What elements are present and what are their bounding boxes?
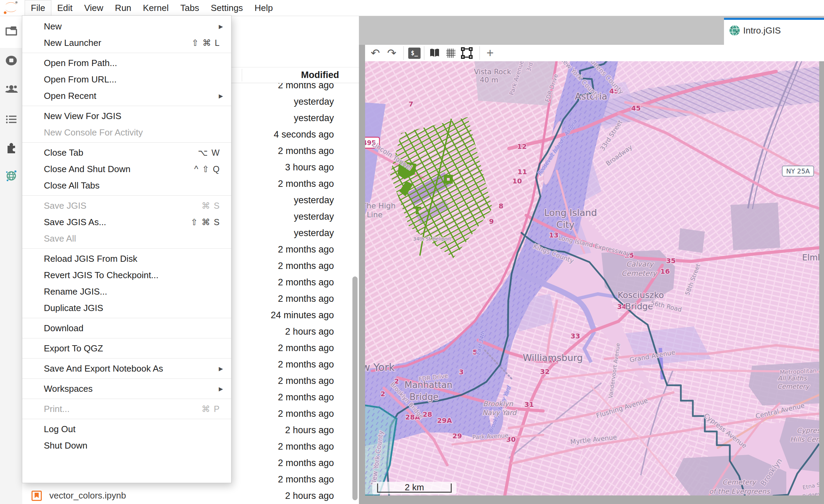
- globe-icon[interactable]: [5, 169, 18, 182]
- menu-item-close-tab[interactable]: Close Tab⌥ W: [22, 144, 231, 161]
- menu-separator: [22, 357, 231, 360]
- menu-item-export-to-qgz[interactable]: Export To QGZ: [22, 340, 231, 357]
- tab-intro-jgis[interactable]: Intro.jGIS ✕: [724, 18, 824, 45]
- menu-item-label: Save All: [44, 233, 76, 244]
- active-tab-accent: [724, 18, 824, 20]
- map-label: Hills Cemet: [790, 435, 819, 443]
- modified-column-header[interactable]: Modified: [301, 67, 339, 83]
- folder-icon[interactable]: [5, 25, 18, 38]
- users-icon[interactable]: [5, 83, 18, 96]
- menu-item-open-from-path[interactable]: Open From Path...: [22, 55, 231, 71]
- menu-item-reload-jgis-from-disk[interactable]: Reload JGIS From Disk: [22, 250, 231, 267]
- stop-circle-icon[interactable]: [5, 54, 18, 67]
- puzzle-icon[interactable]: [5, 141, 18, 154]
- menu-run[interactable]: Run: [109, 0, 137, 16]
- route-shield: 13: [549, 231, 559, 239]
- menu-kernel[interactable]: Kernel: [137, 0, 174, 16]
- route-shield: 2: [380, 390, 385, 398]
- menu-item-close-and-shut-down[interactable]: Close And Shut Down^ ⇧ Q: [22, 161, 231, 177]
- menu-view[interactable]: View: [78, 0, 109, 16]
- menu-item-save-and-export-notebook-as[interactable]: Save And Export Notebook As▶: [22, 360, 231, 377]
- map-label: 34th St Heliport: [413, 236, 451, 242]
- menu-item-log-out[interactable]: Log Out: [22, 421, 231, 437]
- file-menu: New▶New Launcher⇧ ⌘ LOpen From Path...Op…: [22, 15, 232, 483]
- undo-button[interactable]: ↶: [368, 45, 383, 61]
- toolbar-separator: [479, 46, 480, 60]
- menu-item-new[interactable]: New▶: [22, 18, 231, 35]
- map-label: Cypress: [797, 426, 819, 435]
- route-shield: 7: [409, 100, 413, 108]
- menu-tabs[interactable]: Tabs: [174, 0, 205, 16]
- route-shield: 29A: [437, 416, 452, 425]
- toolbar-separator: [424, 46, 424, 60]
- menu-help[interactable]: Help: [249, 0, 278, 16]
- map-label: Calvary: [626, 260, 654, 268]
- menu-item-save-all: Save All: [22, 230, 231, 247]
- map-label: Cemetery: [621, 269, 658, 277]
- menu-edit[interactable]: Edit: [51, 0, 78, 16]
- menu-item-label: New Launcher: [44, 38, 101, 48]
- panel-gutter-bottom: [365, 495, 819, 504]
- route-shield: 29: [452, 432, 462, 440]
- menu-item-save-jgis-as[interactable]: Save JGIS As...⇧ ⌘ S: [22, 214, 231, 230]
- route-shield: 32: [540, 367, 550, 376]
- menu-item-new-view-for-jgis[interactable]: New View For JGIS: [22, 108, 231, 124]
- map-label: Bridge: [625, 301, 653, 311]
- menu-item-revert-jgis-to-checkpoint[interactable]: Revert JGIS To Checkpoint...: [22, 267, 231, 283]
- menu-item-label: Save JGIS As...: [44, 217, 106, 228]
- menu-separator: [22, 316, 231, 320]
- vector-button[interactable]: [458, 45, 475, 61]
- map-label: The High: [365, 202, 396, 210]
- map-label: Elmhurst: [802, 253, 819, 262]
- route-shield: 12: [517, 142, 527, 151]
- identify-button[interactable]: [427, 45, 442, 61]
- menu-item-open-recent[interactable]: Open Recent▶: [22, 88, 231, 104]
- column-divider[interactable]: [242, 69, 242, 81]
- menu-item-shortcut: ⌘ P: [201, 404, 224, 414]
- menu-separator: [22, 397, 231, 401]
- menu-separator: [22, 247, 231, 250]
- file-list-scrollbar[interactable]: [352, 276, 358, 500]
- menu-item-shortcut: ⌘ S: [201, 201, 224, 211]
- redo-button[interactable]: ↷: [384, 45, 399, 61]
- undo-icon: ↶: [371, 47, 380, 60]
- panel-splitter[interactable]: [359, 16, 365, 504]
- menu-item-rename-jgis[interactable]: Rename JGIS...: [22, 283, 231, 300]
- menu-separator: [22, 51, 231, 55]
- notebook-icon: [32, 491, 42, 501]
- menu-item-label: Duplicate JGIS: [44, 303, 103, 313]
- redo-icon: ↷: [387, 47, 397, 60]
- map-label: All Faiths: [777, 374, 807, 382]
- menu-item-shortcut: ^ ⇧ Q: [194, 164, 224, 174]
- map-label: Navy Yard: [482, 409, 517, 417]
- menu-item-shut-down[interactable]: Shut Down: [22, 437, 231, 454]
- panel-gutter-right: [819, 61, 824, 504]
- terminal-button[interactable]: $_: [406, 45, 423, 61]
- list-icon[interactable]: [5, 113, 18, 126]
- menu-item-shortcut: ⇧ ⌘ S: [190, 217, 224, 227]
- activity-sidebar: [0, 16, 23, 504]
- menu-file[interactable]: File: [25, 0, 51, 16]
- menubar-items: FileEditViewRunKernelTabsSettingsHelp: [25, 0, 279, 16]
- map-canvas[interactable]: 495NY 25A 712111089454513153516343332A32…: [365, 61, 819, 495]
- menu-separator: [22, 141, 231, 144]
- menu-item-close-all-tabs[interactable]: Close All Tabs: [22, 177, 231, 194]
- menu-item-duplicate-jgis[interactable]: Duplicate JGIS: [22, 300, 231, 316]
- route-shield: 31: [524, 400, 534, 409]
- menu-item-download[interactable]: Download: [22, 320, 231, 336]
- file-name[interactable]: vector_colors.ipynb: [49, 490, 126, 501]
- menu-settings[interactable]: Settings: [205, 0, 249, 16]
- menu-item-save-jgis: Save JGIS⌘ S: [22, 197, 231, 214]
- book-icon: [429, 48, 440, 58]
- add-layer-button[interactable]: +: [482, 45, 498, 61]
- grid-button[interactable]: [443, 45, 458, 61]
- menu-item-workspaces[interactable]: Workspaces▶: [22, 380, 231, 397]
- map-label: Brooklyn: [483, 400, 513, 408]
- map-label: Cemetery: [722, 478, 757, 486]
- map-scale-bar: 2 km: [372, 482, 457, 494]
- menu-item-new-launcher[interactable]: New Launcher⇧ ⌘ L: [22, 35, 231, 51]
- menu-item-open-from-url[interactable]: Open From URL...: [22, 71, 231, 88]
- grid-icon: [446, 49, 455, 58]
- route-shield: 9: [489, 217, 494, 225]
- file-row[interactable]: vector_colors.ipynb: [22, 487, 359, 504]
